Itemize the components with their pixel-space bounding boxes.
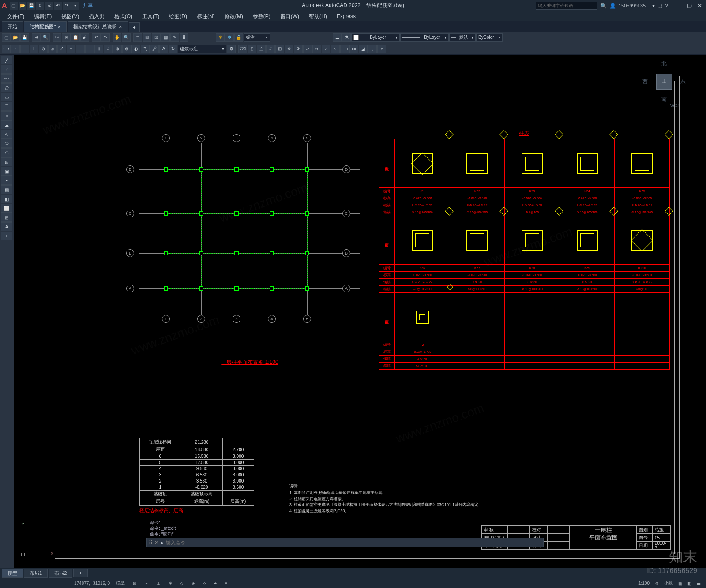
match-icon[interactable]: 🖌 <box>80 33 89 42</box>
sb-iso-icon[interactable]: ◧ <box>686 581 693 586</box>
tab-start[interactable]: 开始 <box>2 21 23 32</box>
qat-redo-icon[interactable]: ↷ <box>63 2 71 10</box>
addsel-icon[interactable]: + <box>1 232 12 240</box>
preview-icon[interactable]: 🔍 <box>41 33 50 42</box>
minimize-button[interactable]: — <box>674 2 683 9</box>
dim-ang-icon[interactable]: ∠ <box>57 45 66 53</box>
dim-dia-icon[interactable]: ⌀ <box>48 45 57 53</box>
revcloud-icon[interactable]: ☁ <box>1 120 12 129</box>
qat-undo-icon[interactable]: ↶ <box>54 2 62 10</box>
mod-explode-icon[interactable]: ✧ <box>377 45 386 53</box>
dimstyle-dropdown[interactable]: 建筑标注 ▾ <box>178 45 226 53</box>
sb-dynin-icon[interactable]: + <box>212 581 218 586</box>
close-icon[interactable]: ✕ <box>57 25 61 29</box>
ellarc-icon[interactable]: ◠ <box>1 148 12 157</box>
command-input[interactable] <box>166 540 541 545</box>
sb-grid-icon[interactable]: ⊞ <box>131 581 138 586</box>
line-icon[interactable]: ╱ <box>1 56 12 64</box>
circle-icon[interactable]: ○ <box>1 111 12 120</box>
layout-tab-1[interactable]: 布局1 <box>24 569 48 578</box>
xline-icon[interactable]: ⟋ <box>1 65 12 74</box>
share-button[interactable]: 共享 <box>83 2 93 9</box>
menu-draw[interactable]: 绘图(D) <box>165 12 192 21</box>
mod-extend-icon[interactable]: ⟍ <box>331 45 340 53</box>
point-icon[interactable]: • <box>1 176 12 185</box>
markup-icon[interactable]: ✎ <box>170 33 179 42</box>
search-icon[interactable]: 🔍 <box>600 3 607 9</box>
mod-array-icon[interactable]: ⊞ <box>275 45 284 53</box>
sb-3dosnap-icon[interactable]: ◈ <box>190 581 197 586</box>
dimupd-icon[interactable]: ↻ <box>169 45 177 53</box>
menu-insert[interactable]: 插入(I) <box>84 12 109 21</box>
tab-drawing2[interactable]: 框架结构设计总说明✕ <box>68 21 128 32</box>
open-icon[interactable]: 📂 <box>11 33 20 42</box>
sb-decimal[interactable]: 小数 <box>662 580 675 587</box>
freeze-icon[interactable]: ❄ <box>225 33 234 42</box>
ssm-icon[interactable]: ▦ <box>161 33 170 42</box>
mod-rotate-icon[interactable]: ⟳ <box>294 45 303 53</box>
tab-drawing1[interactable]: 结构配筋图*✕ <box>24 21 67 32</box>
sb-lw-icon[interactable]: ≡ <box>223 581 229 586</box>
save-icon[interactable]: 💾 <box>20 33 29 42</box>
tab-new[interactable]: + <box>129 22 139 32</box>
menu-file[interactable]: 文件(F) <box>3 12 29 21</box>
pan-icon[interactable]: ✋ <box>113 33 121 42</box>
annot-scale-dropdown[interactable]: 标注 ▾ <box>244 33 270 42</box>
mod-copy-icon[interactable]: ⎘ <box>248 45 256 53</box>
sb-polar-icon[interactable]: ✳ <box>167 581 174 586</box>
cloud-icon[interactable]: ▾ <box>652 3 655 9</box>
layout-tab-new[interactable]: + <box>73 569 87 577</box>
linetype-dropdown[interactable]: ———— ByLayer ▾ <box>400 33 449 42</box>
mod-offset-icon[interactable]: ⫽ <box>266 45 275 53</box>
canvas[interactable]: www.znzmo.com www.znzmo.com www.znzmo.co… <box>14 55 706 568</box>
mod-move-icon[interactable]: ✥ <box>285 45 293 53</box>
jog-icon[interactable]: 〽 <box>141 45 150 53</box>
sb-otrack-icon[interactable]: ⟡ <box>201 580 208 586</box>
sb-scale[interactable]: 1:100 <box>637 581 651 586</box>
menu-edit[interactable]: 编辑(E) <box>30 12 56 21</box>
menu-tools[interactable]: 工具(T) <box>138 12 164 21</box>
qat-new-icon[interactable]: ▢ <box>10 2 18 10</box>
ellipse-icon[interactable]: ⬭ <box>1 139 12 148</box>
dim-radius-icon[interactable]: ⊘ <box>39 45 48 53</box>
mod-stretch-icon[interactable]: ⬌ <box>312 45 321 53</box>
cmd-handle-icon[interactable]: ⠿ <box>149 539 153 546</box>
lock-icon[interactable]: 🔒 <box>234 33 243 42</box>
mod-join-icon[interactable]: ⫘ <box>349 45 358 53</box>
plot-icon[interactable]: 🖨 <box>32 33 41 42</box>
insp-icon[interactable]: ◐ <box>131 45 140 53</box>
menu-modify[interactable]: 修改(M) <box>220 12 248 21</box>
mod-mirror-icon[interactable]: ⧋ <box>257 45 266 53</box>
qat-print-icon[interactable]: 🖨 <box>45 2 53 10</box>
mod-scale-icon[interactable]: ⤢ <box>303 45 312 53</box>
cen-icon[interactable]: ⊗ <box>122 45 131 53</box>
mod-break-icon[interactable]: ⊏⊐ <box>340 45 349 53</box>
block-icon[interactable]: ▣ <box>1 167 12 176</box>
tpal-icon[interactable]: ⊡ <box>152 33 161 42</box>
sb-gear-icon[interactable]: ⚙ <box>653 581 661 586</box>
mod-fillet-icon[interactable]: ◞ <box>368 45 377 53</box>
menu-help[interactable]: 帮助(H) <box>304 12 331 21</box>
dimedit-icon[interactable]: 🖉 <box>150 45 159 53</box>
rect-icon[interactable]: ▭ <box>1 93 12 101</box>
color-dropdown[interactable]: ByColor ▾ <box>476 33 503 42</box>
layer-mgr-icon[interactable]: ☰ <box>333 33 342 42</box>
props-icon[interactable]: ≡ <box>133 33 142 42</box>
copy-icon[interactable]: ⎘ <box>62 33 71 42</box>
mod-trim-icon[interactable]: ⟋ <box>322 45 330 53</box>
close-icon[interactable]: ✕ <box>119 25 122 29</box>
cut-icon[interactable]: ✂ <box>53 33 61 42</box>
dim-aligned-icon[interactable]: ⟋ <box>11 45 20 53</box>
dim-quick-icon[interactable]: ⫩ <box>67 45 75 53</box>
qcalc-icon[interactable]: 🖩 <box>180 33 188 42</box>
menu-format[interactable]: 格式(O) <box>110 12 137 21</box>
layout-tab-2[interactable]: 布局2 <box>49 569 72 578</box>
qat-dropdown-icon[interactable]: ▾ <box>71 2 79 10</box>
mod-chamfer-icon[interactable]: ◢ <box>359 45 368 53</box>
menu-param[interactable]: 参数(P) <box>248 12 275 21</box>
hatch-icon[interactable]: ▨ <box>1 185 12 194</box>
menu-dim[interactable]: 标注(N) <box>192 12 219 21</box>
layer-filter-icon[interactable]: ⚗ <box>342 33 351 42</box>
lineweight-dropdown[interactable]: — 默认 ▾ <box>449 33 476 42</box>
sun-icon[interactable]: ☀ <box>216 33 225 42</box>
